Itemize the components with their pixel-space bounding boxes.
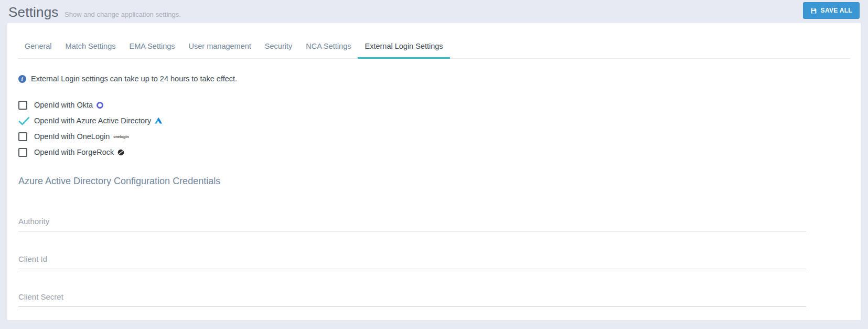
- tab-match-settings[interactable]: Match Settings: [59, 37, 123, 59]
- tab-content: i External Login settings can take up to…: [7, 75, 861, 307]
- provider-row-onelogin: OpenId with OneLogin onelogin: [18, 129, 850, 144]
- provider-list: OpenId with Okta OpenId with Azure Activ…: [18, 97, 850, 160]
- forgerock-checkbox[interactable]: [18, 148, 27, 157]
- azure-credentials-heading: Azure Active Directory Configuration Cre…: [18, 176, 850, 187]
- provider-row-forgerock: OpenId with ForgeRock: [18, 144, 850, 160]
- save-icon: [810, 7, 817, 14]
- authority-field: [18, 215, 806, 231]
- azure-checkbox-checked[interactable]: [18, 116, 34, 125]
- info-banner: i External Login settings can take up to…: [18, 75, 850, 83]
- forgerock-logo-icon: [117, 149, 124, 156]
- onelogin-label: OpenId with OneLogin: [34, 132, 110, 141]
- tab-nca-settings[interactable]: NCA Settings: [299, 37, 358, 59]
- azure-label: OpenId with Azure Active Directory: [34, 116, 151, 125]
- onelogin-logo-icon: onelogin: [113, 135, 128, 139]
- tab-general[interactable]: General: [18, 37, 59, 59]
- page-title: Settings: [8, 4, 59, 20]
- settings-tabs: General Match Settings EMA Settings User…: [18, 37, 850, 59]
- client-id-field: [18, 252, 806, 269]
- page-subtitle: Show and change application settings.: [65, 10, 181, 18]
- authority-input[interactable]: [18, 215, 806, 231]
- tab-external-login-settings[interactable]: External Login Settings: [358, 37, 449, 59]
- client-secret-field: [18, 290, 806, 307]
- tab-security[interactable]: Security: [258, 37, 299, 59]
- okta-checkbox[interactable]: [18, 101, 27, 110]
- tab-ema-settings[interactable]: EMA Settings: [123, 37, 182, 59]
- okta-logo-icon: [97, 102, 103, 109]
- provider-row-okta: OpenId with Okta: [18, 97, 850, 113]
- okta-label: OpenId with Okta: [34, 101, 93, 109]
- save-all-button[interactable]: SAVE ALL: [803, 2, 860, 19]
- provider-row-azure: OpenId with Azure Active Directory: [18, 113, 850, 129]
- azure-logo-icon: [155, 118, 162, 124]
- info-message: External Login settings can take up to 2…: [31, 75, 237, 83]
- forgerock-label: OpenId with ForgeRock: [34, 148, 114, 156]
- client-id-input[interactable]: [18, 252, 806, 269]
- save-button-label: SAVE ALL: [821, 7, 852, 14]
- info-icon: i: [18, 75, 26, 83]
- settings-card: General Match Settings EMA Settings User…: [7, 23, 861, 320]
- tab-user-management[interactable]: User management: [182, 37, 258, 59]
- client-secret-input[interactable]: [18, 290, 806, 307]
- page-header: Settings Show and change application set…: [0, 0, 868, 23]
- onelogin-checkbox[interactable]: [18, 132, 27, 141]
